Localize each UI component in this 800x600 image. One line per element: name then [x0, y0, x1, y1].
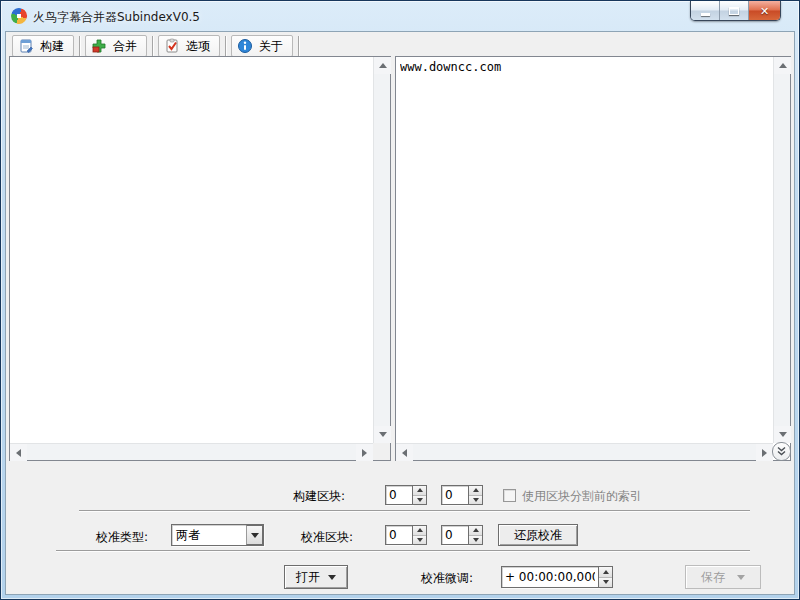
- scroll-down-icon: [379, 432, 387, 437]
- spin-buttons: [599, 566, 613, 588]
- use-pre-split-index-label: 使用区块分割前的索引: [522, 488, 642, 505]
- scrollbar-corner: [373, 443, 390, 460]
- chevron-double-down-icon: [776, 446, 787, 457]
- build-list-panel[interactable]: [9, 56, 391, 461]
- vertical-scrollbar[interactable]: [773, 57, 790, 443]
- spin-down-button[interactable]: [413, 496, 426, 505]
- spin-down-icon: [603, 580, 609, 584]
- maximize-icon: [729, 7, 739, 15]
- toolbar-button-about[interactable]: 关于: [231, 35, 293, 57]
- calibrate-block-spinner-1-input[interactable]: [386, 526, 412, 544]
- finetune-input[interactable]: [502, 567, 598, 587]
- dropdown-button[interactable]: [246, 525, 263, 545]
- options-clipboard-icon: [164, 38, 180, 54]
- calibrate-block-spinner-1: [385, 525, 427, 545]
- open-dropdown-icon: [328, 575, 336, 580]
- spin-down-button[interactable]: [599, 578, 612, 588]
- build-block-label: 构建区块:: [293, 488, 345, 505]
- scroll-left-button[interactable]: [396, 444, 413, 461]
- horizontal-scrollbar[interactable]: [396, 443, 773, 460]
- about-info-icon: [237, 38, 253, 54]
- vertical-scrollbar[interactable]: [373, 57, 390, 443]
- app-logo-icon: [9, 6, 30, 27]
- preview-content[interactable]: www.downcc.com: [400, 60, 770, 440]
- scroll-up-button[interactable]: [374, 57, 391, 74]
- scroll-to-bottom-button[interactable]: [772, 442, 791, 461]
- window-controls: ✕: [690, 1, 781, 21]
- toolbar-button-label: 关于: [259, 38, 283, 55]
- calibrate-block-spinner-2: [441, 525, 483, 545]
- finetune-label: 校准微调:: [421, 570, 473, 587]
- spin-up-icon: [417, 528, 423, 532]
- toolbar-button-options[interactable]: 选项: [158, 35, 220, 57]
- toolbar-button-build[interactable]: 构建: [12, 35, 74, 57]
- scroll-right-button[interactable]: [356, 444, 373, 461]
- scroll-right-button[interactable]: [756, 444, 773, 461]
- spin-buttons: [469, 525, 483, 545]
- spin-down-button[interactable]: [413, 536, 426, 545]
- toolbar-separator: [298, 36, 299, 56]
- close-button[interactable]: ✕: [749, 1, 780, 21]
- spin-up-button[interactable]: [413, 526, 426, 536]
- spin-buttons: [469, 485, 483, 505]
- spin-down-icon: [473, 538, 479, 542]
- preview-panel[interactable]: www.downcc.com: [395, 56, 791, 461]
- toolbar-button-label: 选项: [186, 38, 210, 55]
- minimize-button[interactable]: [691, 1, 720, 21]
- spin-down-icon: [417, 538, 423, 542]
- window-title: 火鸟字幕合并器SubindexV0.5: [33, 9, 200, 26]
- toolbar: 构建 合并 选项: [12, 34, 304, 58]
- spin-down-icon: [473, 498, 479, 502]
- spin-up-button[interactable]: [469, 526, 482, 536]
- minimize-icon: [701, 13, 710, 16]
- calibrate-type-label: 校准类型:: [96, 529, 148, 546]
- scroll-up-icon: [779, 63, 787, 68]
- chevron-down-icon: [251, 533, 259, 538]
- open-button-label: 打开: [296, 569, 320, 586]
- toolbar-separator: [79, 36, 80, 56]
- scroll-down-icon: [779, 432, 787, 437]
- scroll-up-button[interactable]: [774, 57, 791, 74]
- use-pre-split-index-checkbox[interactable]: [503, 489, 516, 502]
- build-block-spinner-1-input[interactable]: [386, 486, 412, 504]
- finetune-field: [501, 566, 613, 588]
- restore-calibration-button[interactable]: 还原校准: [498, 524, 578, 546]
- scroll-left-icon: [402, 449, 407, 457]
- calibrate-type-dropdown[interactable]: 两者: [171, 524, 264, 546]
- spin-down-button[interactable]: [469, 496, 482, 505]
- spin-up-button[interactable]: [413, 486, 426, 496]
- restore-calibration-label: 还原校准: [514, 527, 562, 544]
- maximize-button[interactable]: [720, 1, 749, 21]
- spin-buttons: [413, 525, 427, 545]
- spin-up-icon: [473, 488, 479, 492]
- calibrate-block-spinner-2-input[interactable]: [442, 526, 468, 544]
- save-dropdown-icon: [737, 575, 745, 580]
- spin-up-button[interactable]: [469, 486, 482, 496]
- scroll-right-icon: [362, 449, 367, 457]
- toolbar-separator: [152, 36, 153, 56]
- build-block-spinner-2-input[interactable]: [442, 486, 468, 504]
- separator-line: [56, 550, 750, 552]
- horizontal-scrollbar[interactable]: [10, 443, 373, 460]
- toolbar-button-label: 构建: [40, 38, 64, 55]
- scroll-left-button[interactable]: [10, 444, 27, 461]
- spin-up-icon: [473, 528, 479, 532]
- save-button-label: 保存: [701, 569, 725, 586]
- save-button: 保存: [685, 565, 761, 589]
- open-button[interactable]: 打开: [284, 565, 348, 589]
- separator-line: [79, 510, 750, 512]
- toolbar-button-merge[interactable]: 合并: [85, 35, 147, 57]
- spin-up-button[interactable]: [599, 567, 612, 578]
- scroll-down-button[interactable]: [774, 426, 791, 443]
- scroll-left-icon: [16, 449, 21, 457]
- build-list-content[interactable]: [14, 60, 370, 440]
- titlebar[interactable]: 火鸟字幕合并器SubindexV0.5 ✕: [1, 1, 799, 31]
- spin-up-icon: [417, 488, 423, 492]
- spin-down-button[interactable]: [469, 536, 482, 545]
- build-block-spinner-2: [441, 485, 483, 505]
- toolbar-button-label: 合并: [113, 38, 137, 55]
- app-window: 火鸟字幕合并器SubindexV0.5 ✕ 构建: [0, 0, 800, 600]
- spin-down-icon: [417, 498, 423, 502]
- scroll-up-icon: [379, 63, 387, 68]
- scroll-down-button[interactable]: [374, 426, 391, 443]
